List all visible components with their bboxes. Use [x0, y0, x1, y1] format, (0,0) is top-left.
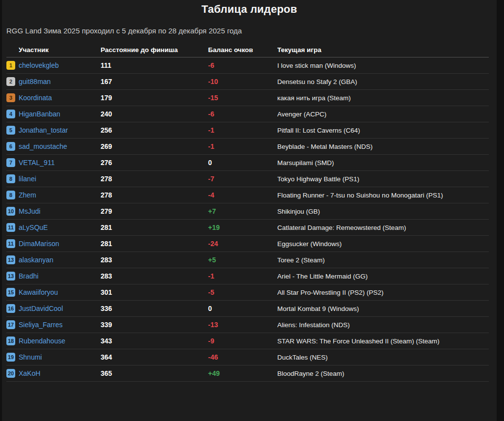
participant-link[interactable]: Koordinata [19, 94, 52, 102]
rank-badge: 15 [6, 288, 15, 297]
rank-badge: 11 [6, 223, 15, 232]
rank-badge: 17 [6, 320, 15, 329]
current-game: BloodRayne 2 (Steam) [277, 370, 345, 377]
participant-link[interactable]: Zhem [19, 191, 36, 199]
table-header: Участник Расстояние до финиша Баланс очк… [6, 43, 489, 57]
rank-badge: 3 [6, 93, 15, 102]
current-game: STAR WARS: The Force Unleashed II (Steam… [277, 337, 440, 345]
participant-link[interactable]: Bradhi [19, 272, 38, 280]
rank-badge: 10 [6, 207, 15, 216]
table-row: 13alaskanyan283+5Toree 2 (Steam) [6, 252, 489, 268]
table-row: 1chelovekgleb111-6I love stick man (Wind… [6, 57, 489, 74]
table-row: 3Koordinata179-15какая нить игра (Steam) [6, 90, 489, 106]
table-row: 2guit88man167-10Densetsu no Stafy 2 (GBA… [6, 74, 489, 90]
participant-link[interactable]: chelovekgleb [19, 61, 59, 69]
current-game: All Star Pro-Wrestling II (PS2) (PS2) [277, 289, 384, 296]
participant-link[interactable]: HiganBanban [19, 110, 60, 118]
event-subtitle: RGG Land Зима 2025 проходил с 5 декабря … [6, 27, 497, 36]
balance-value: -24 [208, 240, 218, 248]
rank-badge: 5 [6, 126, 15, 135]
balance-value: +5 [208, 256, 216, 264]
distance-value: 167 [101, 78, 112, 85]
rank-badge: 8 [6, 191, 15, 199]
current-game: Floating Runner - 7-tsu no Suishou no Mo… [277, 192, 443, 199]
rank-badge: 16 [6, 304, 15, 313]
distance-value: 179 [101, 94, 112, 102]
balance-value: -9 [208, 337, 214, 345]
balance-value: -1 [208, 126, 214, 134]
table-row: 11DimaMarison281-24Eggsucker (Windows) [6, 236, 489, 252]
balance-value: -1 [208, 142, 214, 150]
rank-badge: 4 [6, 110, 15, 118]
table-row: 16JustDavidCool3360Mortal Kombat 9 (Wind… [6, 301, 489, 317]
column-header-participant: Участник [19, 46, 101, 54]
participant-link[interactable]: lilanei [19, 175, 36, 183]
balance-value: -13 [208, 321, 218, 329]
distance-value: 301 [101, 288, 112, 296]
participant-link[interactable]: Kawaiiforyou [19, 288, 58, 296]
balance-value: -7 [208, 175, 214, 183]
participant-link[interactable]: XaKoH [19, 369, 40, 377]
balance-value: -6 [208, 110, 214, 118]
distance-value: 111 [101, 61, 111, 69]
table-row: 6sad_moustache269-1Beyblade - Metal Mast… [6, 139, 489, 155]
balance-value: +49 [208, 369, 220, 377]
participant-link[interactable]: DimaMarison [19, 240, 59, 248]
current-game: I love stick man (Windows) [277, 62, 356, 69]
table-row: 11aLySQuE281+19Catlateral Damage: Remeow… [6, 220, 489, 236]
rank-badge: 6 [6, 142, 15, 151]
participant-link[interactable]: alaskanyan [19, 256, 53, 264]
table-row: 15Kawaiiforyou301-5All Star Pro-Wrestlin… [6, 284, 489, 301]
table-body: 1chelovekgleb111-6I love stick man (Wind… [6, 57, 489, 382]
distance-value: 364 [101, 353, 112, 361]
current-game: Catlateral Damage: Remeowstered (Steam) [277, 224, 406, 231]
current-game: Eggsucker (Windows) [277, 240, 342, 248]
balance-value: -1 [208, 272, 214, 280]
table-row: 5Jonathan_tostar256-1Pitfall II: Lost Ca… [6, 122, 489, 139]
participant-link[interactable]: guit88man [19, 78, 51, 85]
current-game: Pitfall II: Lost Caverns (C64) [277, 127, 360, 134]
distance-value: 278 [101, 175, 112, 183]
leaderboard-table: Участник Расстояние до финиша Баланс очк… [6, 43, 489, 382]
vertical-scrollbar-track[interactable] [497, 0, 504, 421]
table-row: 8lilanei278-7Tokyo Highway Battle (PS1) [6, 171, 489, 187]
participant-link[interactable]: Jonathan_tostar [19, 126, 68, 134]
column-header-balance: Баланс очков [208, 46, 277, 54]
participant-link[interactable]: sad_moustache [19, 142, 67, 150]
current-game: Densetsu no Stafy 2 (GBA) [277, 78, 357, 85]
participant-link[interactable]: Rubendahouse [19, 337, 65, 345]
column-header-current-game: Текущая игра [277, 46, 489, 54]
current-game: DuckTales (NES) [277, 354, 328, 361]
distance-value: 279 [101, 207, 112, 215]
table-row: 7VETAL_9112760Marsupilami (SMD) [6, 155, 489, 171]
rank-badge: 2 [6, 77, 15, 86]
distance-value: 339 [101, 321, 112, 329]
participant-link[interactable]: MsJudi [19, 207, 40, 215]
page-title: Таблица лидеров [2, 0, 497, 17]
distance-value: 283 [101, 272, 112, 280]
rank-badge: 18 [6, 337, 15, 345]
rank-badge: 1 [6, 61, 15, 70]
participant-link[interactable]: JustDavidCool [19, 305, 63, 312]
current-game: Ariel - The Little Mermaid (GG) [277, 273, 368, 280]
participant-link[interactable]: aLySQuE [19, 224, 48, 231]
current-game: Tokyo Highway Battle (PS1) [277, 175, 359, 183]
participant-link[interactable]: Shnumi [19, 353, 42, 361]
distance-value: 269 [101, 142, 112, 150]
current-game: Marsupilami (SMD) [277, 159, 334, 167]
participant-link[interactable]: VETAL_911 [19, 159, 54, 167]
distance-value: 343 [101, 337, 112, 345]
table-row: 10MsJudi279+7Shikinjou (GB) [6, 203, 489, 220]
rank-badge: 19 [6, 353, 15, 362]
balance-value: -15 [208, 94, 218, 102]
rank-badge: 8 [6, 174, 15, 183]
current-game: Aliens: Infestation (NDS) [277, 321, 350, 329]
column-header-distance: Расстояние до финиша [101, 46, 208, 54]
participant-link[interactable]: Sieliya_Farres [19, 321, 62, 329]
current-game: Avenger (ACPC) [277, 111, 326, 118]
current-game: какая нить игра (Steam) [277, 94, 351, 102]
balance-value: 0 [208, 305, 212, 312]
current-game: Shikinjou (GB) [277, 208, 320, 215]
distance-value: 256 [101, 126, 112, 134]
rank-badge: 13 [6, 272, 15, 281]
